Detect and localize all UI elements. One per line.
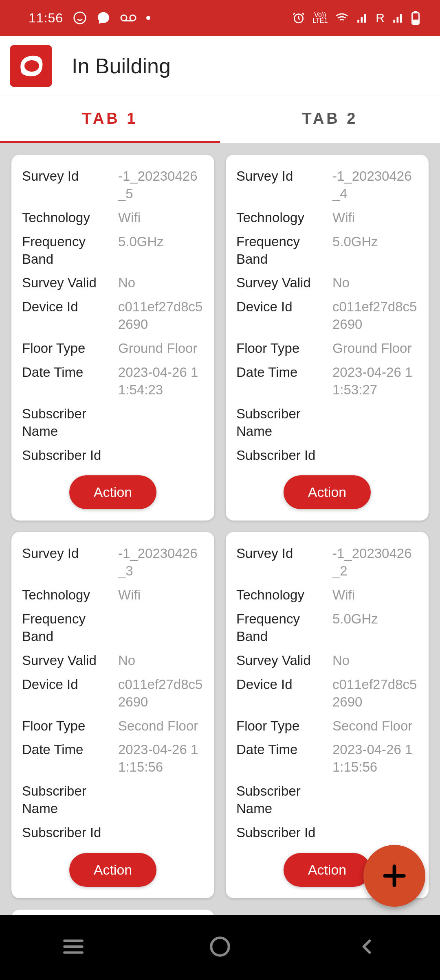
label-survey-valid: Survey Valid <box>22 652 118 669</box>
alarm-icon <box>292 11 305 24</box>
value-date-time: 2023-04-26 11:54:23 <box>118 364 204 399</box>
value-survey-id: -1_20230426_3 <box>118 545 204 580</box>
value-date-time: 2023-04-26 11:15:56 <box>332 741 418 776</box>
value-date-time: 2023-04-26 11:15:56 <box>118 741 204 776</box>
label-floor-type: Floor Type <box>22 718 118 735</box>
tab-2[interactable]: TAB 2 <box>220 96 440 143</box>
status-clock: 11:56 <box>29 11 63 26</box>
value-floor-type: Ground Floor <box>332 340 418 357</box>
value-survey-valid: No <box>332 652 418 669</box>
voicemail-icon <box>120 13 136 22</box>
value-technology: Wifi <box>118 209 204 227</box>
value-survey-valid: No <box>118 274 204 292</box>
svg-point-14 <box>24 60 39 72</box>
value-survey-id: -1_20230426_4 <box>332 168 418 203</box>
label-date-time: Date Time <box>236 741 332 776</box>
label-survey-id: Survey Id <box>236 168 332 203</box>
value-floor-type: Ground Floor <box>118 340 204 357</box>
survey-card: Survey Id-1_20230426_5 TechnologyWifi Fr… <box>11 155 214 521</box>
label-device-id: Device Id <box>236 676 332 711</box>
tabs: TAB 1 TAB 2 <box>0 96 440 143</box>
label-survey-valid: Survey Valid <box>22 274 118 292</box>
signal2-icon <box>392 12 404 24</box>
label-subscriber-id: Subscriber Id <box>236 824 332 842</box>
svg-point-20 <box>211 938 229 956</box>
value-device-id: c011ef27d8c52690 <box>332 676 418 711</box>
label-frequency-band: Frequency Band <box>236 233 332 268</box>
app-header: In Building <box>0 36 440 96</box>
value-technology: Wifi <box>332 209 418 227</box>
label-frequency-band: Frequency Band <box>22 610 118 645</box>
label-date-time: Date Time <box>236 364 332 399</box>
nav-back[interactable] <box>355 935 378 960</box>
label-device-id: Device Id <box>22 676 118 711</box>
label-survey-valid: Survey Valid <box>236 274 332 292</box>
label-device-id: Device Id <box>236 298 332 333</box>
nav-recent[interactable] <box>62 935 85 960</box>
label-subscriber-name: Subscriber Name <box>22 405 118 440</box>
action-button[interactable]: Action <box>284 475 371 509</box>
signal-icon <box>356 12 368 24</box>
value-subscriber-id <box>332 824 418 842</box>
svg-rect-12 <box>414 11 417 13</box>
value-survey-id: -1_20230426_2 <box>332 545 418 580</box>
label-survey-id: Survey Id <box>22 545 118 580</box>
svg-point-0 <box>74 12 86 24</box>
dot-icon <box>146 16 150 20</box>
svg-rect-9 <box>397 17 399 23</box>
add-fab[interactable] <box>363 845 425 907</box>
value-device-id: c011ef27d8c52690 <box>118 676 204 711</box>
label-frequency-band: Frequency Band <box>22 233 118 268</box>
survey-card: Survey Id-1_20230426_2 TechnologyWifi Fr… <box>226 532 429 898</box>
label-survey-valid: Survey Valid <box>236 652 332 669</box>
value-floor-type: Second Floor <box>118 718 204 735</box>
value-device-id: c011ef27d8c52690 <box>332 298 418 333</box>
value-subscriber-id <box>332 447 418 464</box>
action-button[interactable]: Action <box>284 853 371 887</box>
survey-card: Survey Id-1_20230426_3 TechnologyWifi Fr… <box>11 532 214 898</box>
label-technology: Technology <box>236 586 332 604</box>
label-technology: Technology <box>236 209 332 227</box>
svg-rect-10 <box>400 14 402 23</box>
label-survey-id: Survey Id <box>236 545 332 580</box>
label-technology: Technology <box>22 586 118 604</box>
svg-rect-8 <box>393 20 395 23</box>
label-subscriber-name: Subscriber Name <box>236 783 332 818</box>
action-button[interactable]: Action <box>69 853 157 887</box>
value-subscriber-name <box>118 783 204 818</box>
battery-icon <box>411 11 420 25</box>
survey-card: Survey Id-1_20230426_4 TechnologyWifi Fr… <box>226 155 429 521</box>
label-frequency-band: Frequency Band <box>236 610 332 645</box>
label-subscriber-id: Subscriber Id <box>22 447 118 464</box>
status-bar: 11:56 Vo)) LTE1 R <box>0 0 440 36</box>
label-device-id: Device Id <box>22 298 118 333</box>
chat-icon <box>97 11 110 25</box>
value-frequency-band: 5.0GHz <box>118 233 204 268</box>
label-date-time: Date Time <box>22 364 118 399</box>
wifi-icon <box>335 11 349 25</box>
value-frequency-band <box>118 610 204 645</box>
nav-home[interactable] <box>208 935 232 960</box>
svg-point-2 <box>130 15 136 21</box>
svg-rect-7 <box>364 14 366 23</box>
label-floor-type: Floor Type <box>236 718 332 735</box>
page-title: In Building <box>72 54 171 78</box>
tab-1[interactable]: TAB 1 <box>0 96 220 143</box>
value-subscriber-name <box>332 405 418 440</box>
value-technology: Wifi <box>118 586 204 604</box>
plus-icon <box>380 862 409 890</box>
label-technology: Technology <box>22 209 118 227</box>
svg-rect-6 <box>361 17 363 23</box>
value-survey-valid: No <box>118 652 204 669</box>
label-subscriber-name: Subscriber Name <box>22 783 118 818</box>
value-subscriber-name <box>332 783 418 818</box>
app-logo <box>10 45 52 87</box>
volte-icon: Vo)) LTE1 <box>312 12 328 24</box>
value-survey-id: -1_20230426_5 <box>118 168 204 203</box>
value-floor-type: Second Floor <box>332 718 418 735</box>
svg-rect-13 <box>413 20 418 23</box>
system-nav-bar <box>0 915 440 980</box>
action-button[interactable]: Action <box>69 475 157 509</box>
whatsapp-icon <box>73 11 87 25</box>
value-subscriber-name <box>118 405 204 440</box>
